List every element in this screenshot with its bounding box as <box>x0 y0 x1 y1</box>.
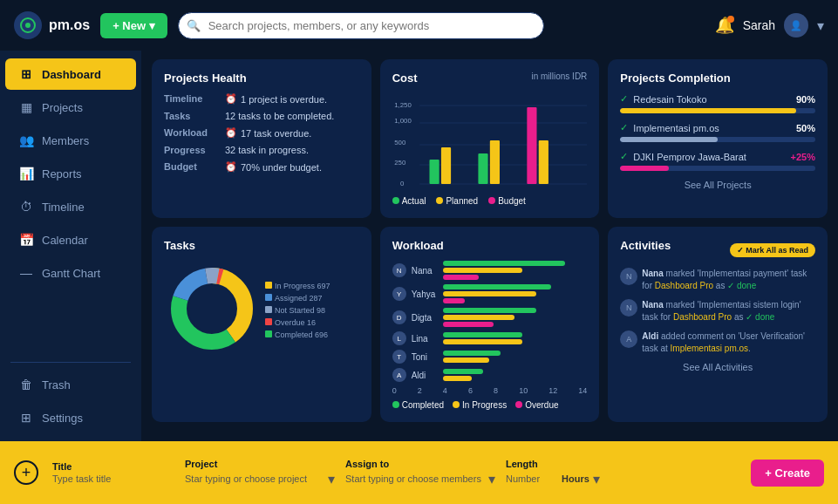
cost-header: Cost in millions IDR <box>392 72 588 93</box>
length-field-wrapper: Hours ▾ <box>506 471 600 487</box>
projects-completion-card: Projects Completion ✓ Redesain Tokoko 90… <box>608 59 828 218</box>
completion-djki-pct: +25% <box>791 152 815 162</box>
assign-dropdown-icon[interactable]: ▾ <box>488 471 495 487</box>
see-all-projects[interactable]: See All Projects <box>620 180 815 190</box>
topbar: pm.os + New ▾ 🔍 🔔 Sarah 👤 ▾ <box>0 0 838 51</box>
workload-nana: N Nana <box>392 261 588 280</box>
projects-health-title: Projects Health <box>164 72 359 85</box>
bars-toni <box>443 351 588 363</box>
sidebar-item-projects[interactable]: ▦ Projects <box>5 92 136 123</box>
bar-digta-completed <box>443 308 537 313</box>
donut-legend: In Progress 697 Assigned 287 Not Started… <box>265 282 330 339</box>
svg-rect-17 <box>538 140 548 184</box>
svg-point-1 <box>25 23 31 28</box>
bar-nana-overdue <box>443 275 479 280</box>
legend-actual: Actual <box>392 196 426 206</box>
sidebar-item-reports[interactable]: 📊 Reports <box>5 158 136 189</box>
sidebar-item-label: Members <box>42 134 89 147</box>
progress-fill-implementasi <box>620 137 718 142</box>
tasks-title: Tasks <box>164 239 359 252</box>
workload-name-aldi: Aldi <box>412 371 438 380</box>
workload-name-toni: Toni <box>412 352 438 362</box>
new-button[interactable]: + New ▾ <box>100 13 167 38</box>
workload-name-lina: Lina <box>412 334 438 344</box>
bar-toni-inprogress <box>443 358 489 363</box>
completion-redesain-pct: 90% <box>796 94 815 105</box>
workload-x-axis: 02468101214 <box>392 386 588 395</box>
svg-rect-14 <box>478 153 487 184</box>
avatar-lina: L <box>392 331 406 345</box>
user-name: Sarah <box>743 18 775 32</box>
chevron-down-icon[interactable]: ▾ <box>817 17 824 34</box>
legend-not-started: Not Started 98 <box>265 306 330 315</box>
workload-name-yahya: Yahya <box>412 289 438 299</box>
bars-aldi <box>443 369 588 381</box>
sidebar-item-timeline[interactable]: ⏱ Timeline <box>5 191 136 222</box>
bars-lina <box>443 332 588 344</box>
field-title: Title <box>52 461 174 484</box>
completion-redesain-name: Redesain Tokoko <box>633 94 791 105</box>
check-icon: ✓ <box>620 122 628 133</box>
donut-container <box>164 261 260 360</box>
bar-nana-completed <box>443 261 566 266</box>
length-input[interactable] <box>506 473 558 484</box>
sidebar-item-dashboard[interactable]: ⊞ Dashboard <box>5 58 136 90</box>
sidebar-item-label: Projects <box>42 101 83 114</box>
avatar-yahya: Y <box>392 287 406 301</box>
sidebar-item-gantt[interactable]: — Gantt Chart <box>5 257 136 289</box>
hours-label: Hours <box>562 473 589 484</box>
svg-text:1,000: 1,000 <box>394 117 412 124</box>
add-task-button[interactable]: + <box>14 460 38 485</box>
projects-health-card: Projects Health Timeline ⏰ 1 project is … <box>152 59 371 218</box>
title-input[interactable] <box>52 473 174 484</box>
sidebar-item-label: Reports <box>42 167 82 180</box>
bar-digta-overdue <box>443 322 494 327</box>
hours-dropdown-icon[interactable]: ▾ <box>593 471 600 487</box>
completion-djki-name: DJKI Pemprov Jawa-Barat <box>633 152 785 162</box>
health-val-progress: 32 task in progress. <box>225 145 309 155</box>
members-icon: 👥 <box>19 133 33 147</box>
notifications-button[interactable]: 🔔 <box>715 16 734 35</box>
health-timeline: Timeline ⏰ 1 project is overdue. <box>164 93 359 105</box>
avatar-aldi: A <box>392 368 406 382</box>
activities-list: N Nana marked 'Implementasi payment' tas… <box>620 268 815 355</box>
logo: pm.os <box>14 11 90 39</box>
search-bar: 🔍 <box>178 12 544 39</box>
completion-implementasi: ✓ Implementasi pm.os 50% <box>620 122 815 142</box>
workload-lina: L Lina <box>392 331 588 345</box>
mark-all-button[interactable]: ✓ Mark All as Read <box>730 243 815 257</box>
health-val-tasks: 12 tasks to be completed. <box>225 111 334 121</box>
bar-yahya-inprogress <box>443 291 537 296</box>
sidebar-item-members[interactable]: 👥 Members <box>5 125 136 156</box>
sidebar-item-trash[interactable]: 🗑 Trash <box>5 369 136 400</box>
cards-row-1: Projects Health Timeline ⏰ 1 project is … <box>152 59 828 218</box>
activity-avatar-aldi: A <box>620 330 637 348</box>
bar-aldi-completed <box>443 369 483 374</box>
project-dropdown-icon[interactable]: ▾ <box>328 471 335 487</box>
bar-lina-inprogress <box>443 339 522 344</box>
svg-text:0: 0 <box>400 180 404 187</box>
health-label-timeline: Timeline <box>164 93 225 104</box>
svg-text:500: 500 <box>394 139 405 146</box>
sidebar-item-calendar[interactable]: 📅 Calendar <box>5 224 136 255</box>
create-button[interactable]: + Create <box>751 460 824 487</box>
legend-assigned: Assigned 287 <box>265 294 330 303</box>
completion-redesain-header: ✓ Redesain Tokoko 90% <box>620 93 815 105</box>
activity-text-1: Nana marked 'Implementasi payment' task … <box>642 268 815 292</box>
see-all-activities[interactable]: See All Activities <box>620 362 815 372</box>
assign-input[interactable] <box>345 473 485 484</box>
workload-yahya: Y Yahya <box>392 284 588 303</box>
project-field-wrapper: ▾ <box>185 471 335 487</box>
sidebar-item-label: Gantt Chart <box>42 267 100 280</box>
trash-icon: 🗑 <box>19 378 33 392</box>
workload-aldi: A Aldi <box>392 368 588 382</box>
activity-item-1: N Nana marked 'Implementasi payment' tas… <box>620 268 815 292</box>
project-input[interactable] <box>185 473 324 484</box>
completion-implementasi-pct: 50% <box>796 123 815 133</box>
sidebar-item-settings[interactable]: ⊞ Settings <box>5 402 136 433</box>
completion-implementasi-header: ✓ Implementasi pm.os 50% <box>620 122 815 133</box>
tasks-card: Tasks <box>152 227 371 422</box>
search-input[interactable] <box>178 12 544 39</box>
progress-bar-djki <box>620 166 815 171</box>
app-name: pm.os <box>49 17 90 33</box>
